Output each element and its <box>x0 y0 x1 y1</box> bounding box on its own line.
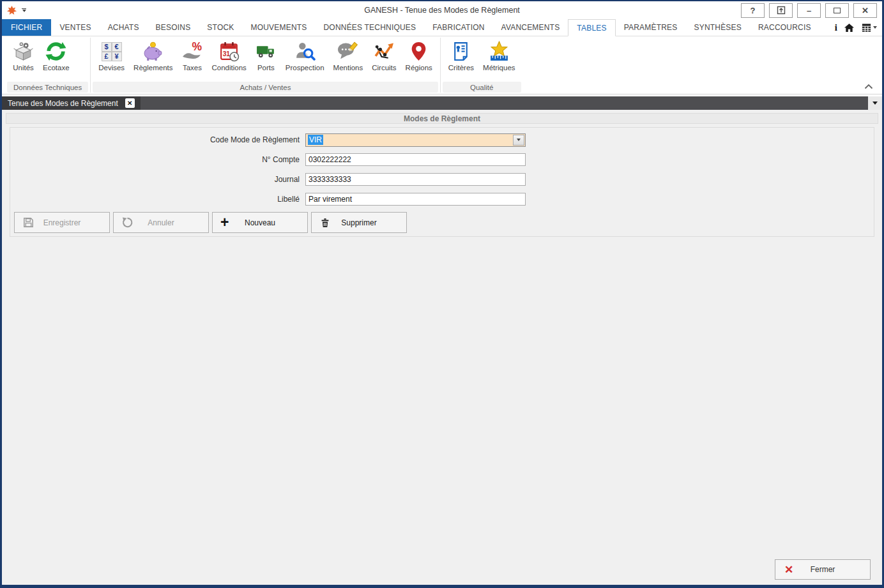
chevron-down-icon <box>873 26 877 29</box>
collapse-ribbon-icon[interactable] <box>864 80 873 92</box>
ribbon-group-achats-ventes: $€£¥ Devises Règlements % Taxes <box>91 36 439 94</box>
tab-besoins[interactable]: BESOINS <box>148 19 199 36</box>
ribbon-button-criteres[interactable]: Critères <box>444 39 478 72</box>
tab-achats[interactable]: ACHATS <box>100 19 148 36</box>
ribbon-button-ecotaxe[interactable]: Ecotaxe <box>38 39 74 72</box>
maximize-button[interactable] <box>825 3 849 18</box>
form-header: Modes de Règlement <box>6 113 878 124</box>
journal-input[interactable] <box>305 173 526 186</box>
combo-selected-value: VIR <box>308 135 323 145</box>
undo-icon <box>121 216 133 229</box>
combo-dropdown-button[interactable] <box>513 135 524 146</box>
ribbon-tab-bar: FICHIER VENTES ACHATS BESOINS STOCK MOUV… <box>2 19 882 36</box>
ribbon-group-qualite: Critères Métriques Qualité <box>441 36 522 94</box>
enregistrer-button[interactable]: Enregistrer <box>14 212 110 233</box>
tab-avancements[interactable]: AVANCEMENTS <box>493 19 568 36</box>
ribbon-group-label: Achats / Ventes <box>93 82 438 93</box>
ribbon-group-label: Données Techniques <box>7 82 88 93</box>
fermer-button[interactable]: ✕ Fermer <box>775 559 871 580</box>
tab-stock[interactable]: STOCK <box>199 19 242 36</box>
code-mode-combobox[interactable]: VIR <box>305 133 526 147</box>
tab-parametres[interactable]: PARAMÈTRES <box>616 19 686 36</box>
document-tab-label: Tenue des Modes de Règlement <box>8 99 118 108</box>
help-button[interactable]: ? <box>741 3 765 18</box>
field-label-journal: Journal <box>10 175 305 184</box>
annuler-button[interactable]: Annuler <box>113 212 209 233</box>
document-tab[interactable]: Tenue des Modes de Règlement ✕ <box>2 96 141 110</box>
supprimer-button[interactable]: Supprimer <box>311 212 407 233</box>
ribbon-button-conditions[interactable]: 31 Conditions <box>207 39 250 72</box>
quick-access-dropdown-icon[interactable] <box>21 8 27 12</box>
truck-icon <box>255 40 277 63</box>
ribbon-button-mentions[interactable]: Mentions <box>329 39 368 72</box>
chevron-down-icon <box>517 139 521 141</box>
recycle-icon <box>45 40 66 63</box>
action-buttons: Enregistrer Annuler + Nouveau Suppri <box>14 212 407 233</box>
ribbon-button-ports[interactable]: Ports <box>251 39 281 72</box>
table-tool-icon[interactable] <box>861 22 877 33</box>
title-bar: GANESH - Tenue des Modes de Règlement ? … <box>2 1 882 19</box>
tab-raccourcis[interactable]: RACCOURCIS <box>750 19 819 36</box>
tab-donnees-techniques[interactable]: DONNÉES TECHNIQUES <box>316 19 425 36</box>
tab-ventes[interactable]: VENTES <box>51 19 99 36</box>
form-panel: Code Mode de Règlement VIR N° Compte Jou… <box>10 127 874 237</box>
popout-button[interactable] <box>769 3 793 18</box>
home-icon[interactable] <box>844 22 855 33</box>
chevron-down-icon <box>873 102 878 105</box>
ribbon-button-regions[interactable]: Régions <box>401 39 437 72</box>
plus-icon: + <box>220 215 229 230</box>
document-tab-close-icon[interactable]: ✕ <box>125 98 135 108</box>
document-tab-strip: Tenue des Modes de Règlement ✕ <box>2 96 882 110</box>
ribbon-button-metriques[interactable]: Métriques <box>478 39 520 72</box>
libelle-input[interactable] <box>305 193 526 206</box>
currency-grid-icon: $€£¥ <box>102 40 122 63</box>
ribbon-group-donnees-techniques: Unités Ecotaxe Données Techniques <box>6 36 89 94</box>
percent-hand-icon: % <box>181 40 202 63</box>
piggy-bank-icon <box>142 40 164 63</box>
field-label-libelle: Libellé <box>10 195 305 204</box>
save-icon <box>22 216 34 229</box>
ribbon-button-prospection[interactable]: Prospection <box>281 39 329 72</box>
app-logo-icon <box>6 5 17 16</box>
trash-icon <box>319 217 331 229</box>
person-search-icon <box>294 40 316 63</box>
svg-text:31: 31 <box>223 50 231 57</box>
info-icon[interactable]: i <box>835 22 837 33</box>
star-ruler-icon <box>489 40 510 63</box>
ribbon-button-taxes[interactable]: % Taxes <box>177 39 207 72</box>
ribbon-button-reglements[interactable]: Règlements <box>129 39 177 72</box>
svg-text:%: % <box>192 41 202 53</box>
tab-fabrication[interactable]: FABRICATION <box>424 19 492 36</box>
network-arrows-icon <box>374 40 395 63</box>
box-gears-icon <box>13 40 34 63</box>
maximize-icon <box>834 8 841 13</box>
ribbon-separator <box>440 38 441 93</box>
map-pin-icon <box>408 40 429 63</box>
ribbon-button-unites[interactable]: Unités <box>8 39 38 72</box>
tab-list-dropdown[interactable] <box>868 96 882 110</box>
application-window: GANESH - Tenue des Modes de Règlement ? … <box>0 0 884 588</box>
field-label-compte: N° Compte <box>10 155 305 164</box>
close-button[interactable]: ✕ <box>853 3 877 18</box>
tab-syntheses[interactable]: SYNTHÈSES <box>686 19 751 36</box>
main-content: Modes de Règlement Code Mode de Règlemen… <box>2 110 882 585</box>
tab-tables[interactable]: TABLES <box>568 19 615 36</box>
minimize-button[interactable]: – <box>797 3 821 18</box>
calendar-clock-icon: 31 <box>218 40 240 63</box>
ribbon-group-label: Qualité <box>443 82 521 93</box>
ribbon-button-devises[interactable]: $€£¥ Devises <box>94 39 129 72</box>
ribbon-button-circuits[interactable]: Circuits <box>367 39 400 72</box>
field-label-code-mode: Code Mode de Règlement <box>10 135 305 144</box>
compte-input[interactable] <box>305 153 526 166</box>
tab-mouvements[interactable]: MOUVEMENTS <box>242 19 315 36</box>
popout-icon <box>777 6 786 15</box>
speech-bubble-pencil-icon <box>337 40 358 63</box>
nouveau-button[interactable]: + Nouveau <box>212 212 308 233</box>
tab-fichier[interactable]: FICHIER <box>2 19 51 36</box>
document-badge-icon <box>450 40 471 63</box>
ribbon-separator <box>90 38 91 93</box>
ribbon: Unités Ecotaxe Données Techniques $€£¥ <box>2 36 882 94</box>
close-red-icon: ✕ <box>784 564 793 575</box>
